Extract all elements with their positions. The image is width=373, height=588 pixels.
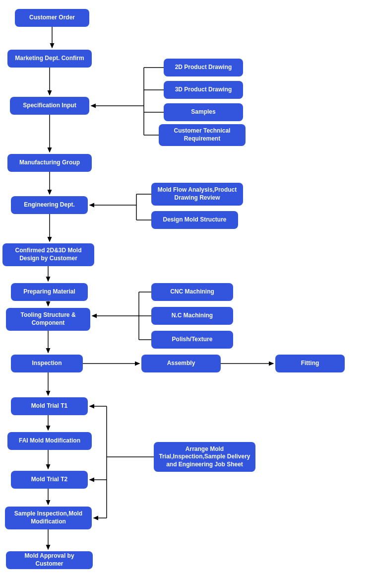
- customer-order: Customer Order: [15, 9, 89, 27]
- 3d-drawing: 3D Product Drawing: [164, 81, 243, 99]
- 2d-drawing: 2D Product Drawing: [164, 59, 243, 76]
- fai-mod: FAI Mold Modification: [7, 432, 92, 450]
- nc: N.C Machining: [151, 307, 233, 325]
- sample-inspect: Sample Inspection,Mold Modification: [5, 507, 92, 529]
- marketing-dept: Marketing Dept. Confirm: [7, 50, 92, 68]
- customer-tech: Customer Technical Requirement: [159, 124, 246, 146]
- fitting: Fitting: [275, 355, 345, 372]
- spec-input: Specification Input: [10, 97, 89, 115]
- process-diagram: Customer OrderMarketing Dept. ConfirmSpe…: [0, 0, 373, 588]
- mold-approval: Mold Approval by Customer: [6, 551, 93, 569]
- prep-material: Preparing Material: [11, 283, 88, 301]
- eng-dept: Engineering Dept.: [11, 196, 88, 214]
- tooling-struct: Tooling Structure & Component: [6, 308, 90, 331]
- cnc: CNC Machining: [151, 283, 233, 301]
- mfg-group: Manufacturing Group: [7, 154, 92, 172]
- samples: Samples: [164, 103, 243, 121]
- arrange-mold: Arrange Mold Trial,Inspection,Sample Del…: [154, 442, 255, 472]
- assembly: Assembly: [141, 355, 221, 372]
- polish: Polish/Texture: [151, 331, 233, 349]
- confirmed-design: Confirmed 2D&3D Mold Design by Customer: [2, 243, 94, 266]
- mold-flow: Mold Flow Analysis,Product Drawing Revie…: [151, 183, 243, 206]
- inspection: Inspection: [11, 355, 83, 372]
- mold-trial-t2: Mold Trial T2: [11, 471, 88, 489]
- design-mold: Design Mold Structure: [151, 211, 238, 229]
- mold-trial-t1: Mold Trial T1: [11, 397, 88, 415]
